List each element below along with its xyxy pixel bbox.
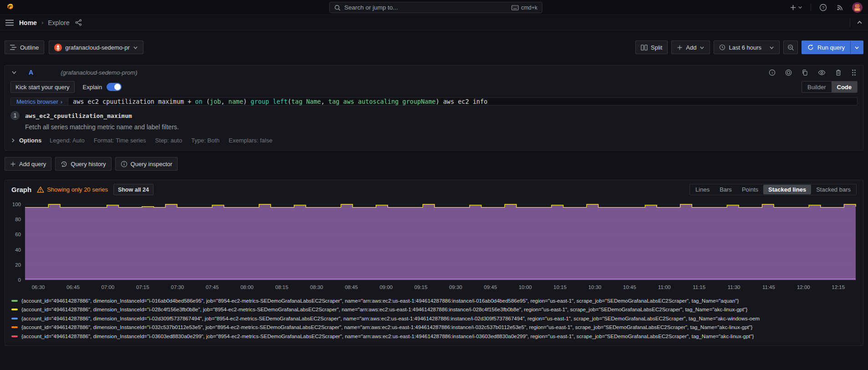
series-label: {account_id="494614287886", dimension_In… [21, 316, 760, 321]
datasource-picker[interactable]: grafanacloud-sedemo-pr [49, 41, 143, 54]
global-search-input[interactable]: Search or jump to... cmd+k [329, 2, 542, 13]
explore-toolbar: Outline grafanacloud-sedemo-pr Split [5, 41, 863, 54]
share-shortcut-button[interactable] [74, 18, 83, 27]
toggle-knob [114, 84, 121, 90]
mode-bars[interactable]: Bars [715, 185, 737, 194]
series-label: {account_id="494614287886", dimension_In… [21, 324, 752, 330]
refresh-icon [807, 44, 814, 51]
show-all-series-button[interactable]: Show all 24 [113, 184, 153, 195]
help-icon: ? [819, 4, 827, 11]
crumb-divider [850, 19, 850, 27]
drag-query-handle[interactable] [850, 68, 858, 77]
zoom-out-time-button[interactable] [783, 41, 798, 54]
svg-text:10:15: 10:15 [553, 284, 567, 290]
user-avatar[interactable] [852, 2, 863, 13]
svg-text:10:30: 10:30 [588, 284, 602, 290]
breadcrumb-bar: Home › Explore [0, 15, 868, 30]
nav-divider [811, 3, 811, 11]
outline-button[interactable]: Outline [5, 41, 44, 54]
prometheus-datasource-icon [54, 44, 62, 51]
run-query-interval-dropdown[interactable] [850, 41, 863, 54]
caret-right-icon: › [61, 98, 62, 105]
legend-item[interactable]: {account_id="494614287886", dimension_In… [11, 305, 858, 314]
promql-expression-input[interactable]: aws_ec2_cpuutilization_maximum + on (job… [68, 97, 858, 106]
collapse-query-row-button[interactable] [10, 69, 18, 76]
mode-stacked-bars[interactable]: Stacked bars [811, 185, 856, 194]
chevron-down-icon [798, 5, 802, 10]
split-button[interactable]: Split [635, 41, 668, 54]
svg-text:09:15: 09:15 [414, 284, 428, 290]
builder-mode-tab[interactable]: Builder [802, 81, 831, 92]
explain-label: Explain [83, 84, 102, 91]
graph-title: Graph [11, 186, 31, 193]
legend-item[interactable]: {account_id="494614287886", dimension_In… [11, 314, 858, 323]
breadcrumb-separator: › [41, 19, 43, 26]
explain-toggle[interactable] [107, 83, 122, 91]
legend-item[interactable]: {account_id="494614287886", dimension_In… [11, 323, 858, 332]
mode-stacked-lines[interactable]: Stacked lines [763, 185, 811, 194]
svg-text:?: ? [771, 71, 773, 75]
options-label[interactable]: Options [19, 137, 41, 144]
plus-icon [677, 45, 683, 51]
add-query-button[interactable]: Add query [5, 157, 51, 171]
svg-text:08:45: 08:45 [345, 284, 358, 290]
series-color-dash [11, 318, 18, 319]
breadcrumb-home[interactable]: Home [19, 19, 37, 26]
query-editor-panel: A (grafanacloud-sedemo-prom) ? [5, 65, 863, 151]
svg-text:07:30: 07:30 [171, 284, 184, 290]
collapse-header-button[interactable] [856, 19, 863, 26]
query-inspector-button[interactable]: Query inspector [115, 157, 178, 171]
mode-points[interactable]: Points [737, 185, 763, 194]
duplicate-query-button[interactable] [801, 68, 809, 77]
explain-step-number: 1 [10, 111, 20, 120]
drag-handle-icon [851, 69, 857, 76]
query-help-button[interactable]: ? [768, 68, 776, 77]
new-menu-button[interactable] [789, 3, 803, 12]
search-shortcut: cmd+k [511, 5, 537, 11]
help-button[interactable]: ? [818, 3, 828, 12]
breadcrumb-explore[interactable]: Explore [48, 19, 69, 26]
query-ref-id[interactable]: A [29, 69, 33, 76]
time-range-picker[interactable]: Last 6 hours [714, 41, 780, 54]
svg-text:12:15: 12:15 [832, 284, 845, 290]
mega-menu-button[interactable] [5, 19, 15, 27]
option-format: Format: Time series [94, 137, 146, 144]
query-options-row[interactable]: Options Legend: Auto Format: Time series… [10, 137, 858, 144]
svg-text:08:15: 08:15 [275, 284, 288, 290]
query-actions-row: Add query Query history Query inspector [5, 157, 863, 171]
clock-icon [719, 44, 725, 51]
mode-lines[interactable]: Lines [690, 185, 715, 194]
kick-start-query-button[interactable]: Kick start your query [10, 81, 75, 93]
option-type: Type: Both [191, 137, 220, 144]
metrics-browser-button[interactable]: Metrics browser › [10, 97, 68, 106]
news-button[interactable] [835, 3, 845, 12]
query-row-header: A (grafanacloud-sedemo-prom) ? [5, 66, 863, 79]
code-mode-tab[interactable]: Code [832, 81, 858, 92]
magnifier-minus-icon [787, 44, 794, 51]
svg-text:11:00: 11:00 [658, 284, 671, 290]
chart-area: 02040608010006:3006:4507:0007:1507:3007:… [5, 196, 863, 295]
hide-response-button[interactable] [817, 68, 827, 77]
chevron-down-icon [11, 70, 17, 75]
explain-section: 1 aws_ec2_cpuutilization_maximum Fetch a… [10, 111, 858, 131]
svg-text:09:30: 09:30 [449, 284, 462, 290]
query-history-button[interactable]: Query history [55, 157, 111, 171]
query-datasource-hint: (grafanacloud-sedemo-prom) [61, 69, 137, 76]
legend-item[interactable]: {account_id="494614287886", dimension_In… [11, 296, 858, 305]
stacked-area-chart[interactable]: 02040608010006:3006:4507:0007:1507:3007:… [6, 199, 859, 295]
series-color-dash [11, 335, 18, 337]
remove-query-button[interactable] [834, 68, 842, 77]
history-icon [61, 161, 67, 167]
editor-mode-switch: Builder Code [802, 81, 858, 93]
add-dropdown-button[interactable]: Add [671, 41, 710, 54]
grafana-logo-icon[interactable] [5, 3, 15, 12]
disable-query-button[interactable] [784, 68, 793, 77]
series-color-dash [11, 300, 18, 302]
legend-item[interactable]: {account_id="494614287886", dimension_In… [11, 332, 858, 341]
copy-icon [802, 69, 808, 76]
svg-text:08:30: 08:30 [310, 284, 323, 290]
svg-text:10:45: 10:45 [623, 284, 636, 290]
run-query-button[interactable]: Run query [802, 41, 850, 54]
rss-icon [836, 4, 844, 11]
svg-text:12:00: 12:00 [797, 284, 810, 290]
